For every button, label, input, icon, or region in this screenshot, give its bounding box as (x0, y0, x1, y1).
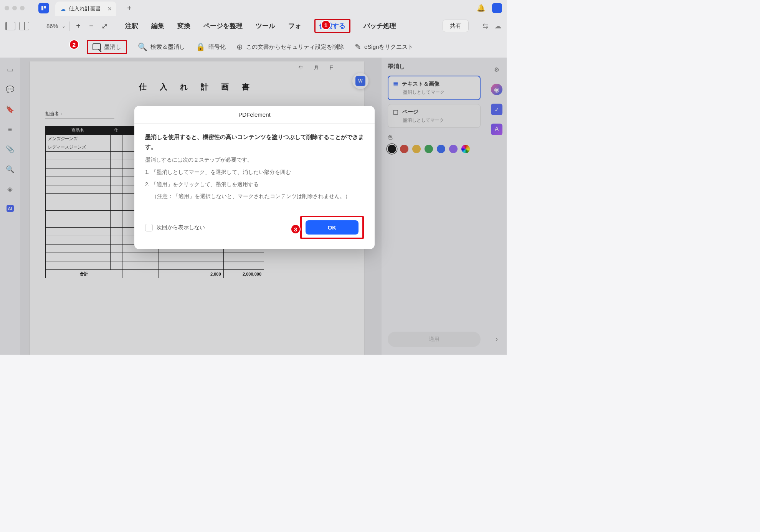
share-network-icon[interactable]: ⇆ (482, 22, 488, 30)
esign-label: eSignをリクエスト (364, 43, 413, 51)
brand-icon (492, 3, 502, 13)
tab-edit[interactable]: 編集 (151, 21, 164, 30)
esign-button[interactable]: ✎ eSignをリクエスト (355, 42, 413, 51)
annotation-badge-1: 1 (321, 20, 331, 30)
tab-batch[interactable]: バッチ処理 (363, 21, 396, 30)
modal-step2b: （注意：「適用」を選択しないと、マークされたコンテンツは削除されません。） (145, 192, 364, 201)
tab-form[interactable]: フォ (288, 21, 301, 30)
zoom-level[interactable]: 86% (46, 23, 58, 29)
modal-body: 墨消しを使用すると、機密性の高いコンテンツを塗りつぶして削除することができます。… (134, 124, 375, 208)
lock-icon: 🔒 (196, 42, 205, 51)
encrypt-label: 暗号化 (208, 43, 226, 51)
modal-title: PDFelement (134, 106, 375, 124)
separator (69, 21, 70, 31)
signature-icon: ✎ (355, 42, 361, 51)
ok-highlight-box: OK (300, 216, 364, 239)
minimize-window-icon[interactable] (12, 6, 17, 10)
upload-cloud-icon[interactable]: ☁ (494, 22, 501, 30)
notifications-icon[interactable]: 🔔 (477, 4, 485, 12)
cloud-icon: ☁ (61, 6, 66, 12)
view-mode-group (5, 22, 29, 30)
separator (37, 21, 37, 31)
close-window-icon[interactable] (5, 6, 9, 10)
main-toolbar: 86% ⌄ + − ⤢ 注釈 編集 変換 ページを整理 ツール フォ 保護する … (0, 16, 507, 36)
tab-title: 仕入れ計画書 (69, 5, 101, 12)
tab-protect[interactable]: 保護する (314, 19, 350, 33)
modal-footer: 次回から表示しない OK (134, 208, 375, 249)
split-view-icon[interactable] (19, 22, 29, 30)
shield-plus-icon: ⊕ (236, 42, 243, 51)
redact-info-modal: PDFelement 墨消しを使用すると、機密性の高いコンテンツを塗りつぶして削… (134, 106, 375, 249)
new-tab-button[interactable]: + (123, 2, 135, 14)
fit-page-icon[interactable]: ⤢ (100, 21, 109, 31)
zoom-controls: 86% ⌄ + − ⤢ (45, 21, 111, 31)
modal-intro: 墨消しするには次の２ステップが必要です。 (145, 155, 364, 165)
encrypt-button[interactable]: 🔒 暗号化 (196, 42, 226, 51)
dont-show-checkbox[interactable] (145, 224, 153, 231)
zoom-in-icon[interactable]: + (74, 21, 83, 30)
tab-tools[interactable]: ツール (256, 21, 275, 30)
tab-convert[interactable]: 変換 (177, 21, 190, 30)
tab-organize-pages[interactable]: ページを整理 (203, 21, 243, 30)
redact-button[interactable]: 墨消し (87, 40, 127, 54)
search-redact-label: 検索＆墨消し (150, 43, 185, 51)
app-logo-icon (38, 3, 49, 13)
close-tab-icon[interactable]: × (107, 5, 112, 13)
window-controls (5, 6, 25, 10)
annotation-badge-3: 3 (291, 224, 301, 234)
share-button[interactable]: 共有 (443, 20, 469, 32)
ok-button[interactable]: OK (306, 220, 359, 235)
zoom-dropdown-icon[interactable]: ⌄ (62, 23, 66, 29)
remove-security-label: この文書からセキュリティ設定を削除 (246, 43, 344, 51)
redact-icon (93, 43, 101, 50)
menu-tabs: 注釈 編集 変換 ページを整理 ツール フォ 保護する バッチ処理 (125, 19, 396, 33)
modal-step2a: 2. 「適用」をクリックして、墨消しを適用する (145, 180, 364, 189)
tab-annotate[interactable]: 注釈 (125, 21, 138, 30)
dont-show-label: 次回から表示しない (157, 224, 205, 231)
redact-label: 墨消し (104, 43, 121, 51)
modal-step1: 1. 「墨消しとしてマーク」を選択して、消したい部分を囲む (145, 168, 364, 177)
sidebar-toggle-icon[interactable] (5, 22, 15, 30)
cloud-group: ⇆ ☁ (482, 22, 501, 30)
search-redact-icon: 🔍 (138, 42, 147, 51)
title-bar: ☁ 仕入れ計画書 × + 🔔 (0, 0, 507, 16)
title-bar-right: 🔔 (477, 3, 502, 13)
zoom-out-icon[interactable]: − (87, 21, 96, 30)
search-redact-button[interactable]: 🔍 検索＆墨消し (138, 42, 185, 51)
maximize-window-icon[interactable] (20, 6, 25, 10)
document-tab[interactable]: ☁ 仕入れ計画書 × (55, 2, 116, 16)
annotation-badge-2: 2 (69, 40, 79, 50)
remove-security-button[interactable]: ⊕ この文書からセキュリティ設定を削除 (236, 42, 344, 51)
modal-heading: 墨消しを使用すると、機密性の高いコンテンツを塗りつぶして削除することができます。 (145, 132, 364, 152)
